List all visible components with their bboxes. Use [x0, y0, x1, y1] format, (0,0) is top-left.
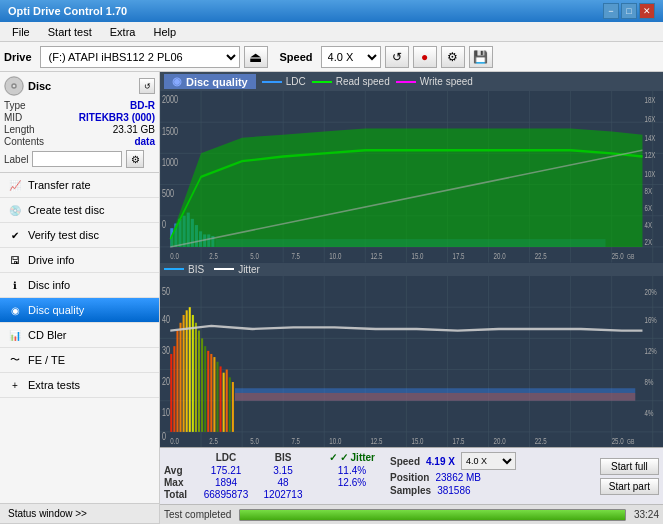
- jitter-legend-color: [214, 268, 234, 270]
- svg-text:20: 20: [162, 375, 170, 387]
- stats-bottom: LDC BIS ✓ ✓ Jitter Avg 175.21 3.15 11.4%: [164, 452, 659, 500]
- svg-text:5.0: 5.0: [250, 251, 259, 262]
- svg-rect-98: [229, 377, 231, 432]
- eject-button[interactable]: ⏏: [244, 46, 268, 68]
- legend-ldc: LDC: [262, 76, 306, 87]
- legend-jitter: Jitter: [214, 264, 260, 275]
- label-button[interactable]: ⚙: [126, 150, 144, 168]
- svg-rect-81: [176, 330, 178, 431]
- nav-label-disc-info: Disc info: [28, 279, 70, 291]
- sidebar-item-transfer-rate[interactable]: 📈 Transfer rate: [0, 173, 159, 198]
- save-button[interactable]: 💾: [469, 46, 493, 68]
- label-input[interactable]: [32, 151, 122, 167]
- svg-text:20.0: 20.0: [494, 251, 506, 262]
- svg-rect-91: [207, 350, 209, 431]
- create-disc-icon: 💿: [8, 203, 22, 217]
- start-full-button[interactable]: Start full: [600, 458, 659, 475]
- sidebar-item-drive-info[interactable]: 🖫 Drive info: [0, 248, 159, 273]
- sidebar-item-create-test-disc[interactable]: 💿 Create test disc: [0, 198, 159, 223]
- sidebar-item-extra-tests[interactable]: + Extra tests: [0, 373, 159, 398]
- stats-col-ldc: LDC: [196, 452, 256, 463]
- minimize-button[interactable]: −: [603, 3, 619, 19]
- read-speed-legend-label: Read speed: [336, 76, 390, 87]
- disc-quality-title: ◉ Disc quality: [164, 74, 256, 89]
- svg-text:1000: 1000: [162, 156, 178, 168]
- menu-help[interactable]: Help: [145, 24, 184, 40]
- svg-text:2.5: 2.5: [209, 436, 218, 447]
- svg-text:500: 500: [162, 188, 174, 200]
- bottom-status-bar: Test completed 33:24: [160, 504, 663, 524]
- toolbar: Drive (F:) ATAPI iHBS112 2 PL06 ⏏ Speed …: [0, 42, 663, 72]
- svg-rect-89: [201, 338, 203, 432]
- nav-label-cd-bler: CD Bler: [28, 329, 67, 341]
- menu-file[interactable]: File: [4, 24, 38, 40]
- refresh-button[interactable]: ↺: [385, 46, 409, 68]
- total-ldc: 66895873: [196, 489, 256, 500]
- sidebar-item-cd-bler[interactable]: 📊 CD Bler: [0, 323, 159, 348]
- speed-row: Speed 4.19 X 4.0 X: [390, 452, 592, 470]
- speed-select-stat[interactable]: 4.0 X: [461, 452, 516, 470]
- stats-col-bis: BIS: [258, 452, 308, 463]
- menu-start-test[interactable]: Start test: [40, 24, 100, 40]
- write-speed-legend-color: [396, 81, 416, 83]
- disc-icon: [4, 76, 24, 96]
- svg-text:12X: 12X: [645, 150, 657, 161]
- svg-text:GB: GB: [627, 252, 635, 260]
- max-ldc: 1894: [196, 477, 256, 488]
- contents-value: data: [134, 136, 155, 147]
- max-jitter: 12.6%: [322, 477, 382, 488]
- transfer-rate-icon: 📈: [8, 178, 22, 192]
- svg-text:8%: 8%: [645, 376, 654, 387]
- bottom-chart-legend: BIS Jitter: [160, 263, 663, 276]
- nav-label-extra-tests: Extra tests: [28, 379, 80, 391]
- sidebar-item-verify-test-disc[interactable]: ✔ Verify test disc: [0, 223, 159, 248]
- disc-properties: Type BD-R MID RITEKBR3 (000) Length 23.3…: [4, 100, 155, 168]
- status-window-button[interactable]: Status window >>: [0, 504, 159, 524]
- svg-rect-87: [195, 322, 197, 431]
- disc-panel: Disc ↺ Type BD-R MID RITEKBR3 (000) Leng…: [0, 72, 159, 173]
- bis-legend-color: [164, 268, 184, 270]
- svg-text:2X: 2X: [645, 237, 653, 248]
- length-value: 23.31 GB: [113, 124, 155, 135]
- drive-select[interactable]: (F:) ATAPI iHBS112 2 PL06: [40, 46, 240, 68]
- settings-button[interactable]: ⚙: [441, 46, 465, 68]
- close-button[interactable]: ✕: [639, 3, 655, 19]
- stats-col-spacer: [310, 452, 320, 463]
- svg-text:GB: GB: [627, 437, 635, 445]
- nav-label-disc-quality: Disc quality: [28, 304, 84, 316]
- svg-rect-61: [160, 276, 663, 448]
- svg-text:18X: 18X: [645, 95, 657, 106]
- svg-text:22.5: 22.5: [535, 436, 547, 447]
- avg-bis: 3.15: [258, 465, 308, 476]
- disc-refresh-button[interactable]: ↺: [139, 78, 155, 94]
- ldc-legend-color: [262, 81, 282, 83]
- svg-text:0.0: 0.0: [170, 436, 179, 447]
- maximize-button[interactable]: □: [621, 3, 637, 19]
- progress-bar-container: [239, 509, 626, 521]
- top-chart-svg: 2000 1500 1000 500 0 18X 16X 14X 12X 10X…: [160, 91, 663, 263]
- content-area: ◉ Disc quality LDC Read speed Write spee…: [160, 72, 663, 524]
- cd-bler-icon: 📊: [8, 328, 22, 342]
- svg-text:10.0: 10.0: [329, 436, 341, 447]
- svg-text:16X: 16X: [645, 114, 657, 125]
- svg-text:8X: 8X: [645, 186, 653, 197]
- sidebar: Disc ↺ Type BD-R MID RITEKBR3 (000) Leng…: [0, 72, 160, 524]
- disc-panel-title: Disc: [28, 80, 51, 92]
- speed-select[interactable]: 4.0 X: [321, 46, 381, 68]
- nav-label-create-test-disc: Create test disc: [28, 204, 104, 216]
- sidebar-item-fe-te[interactable]: 〜 FE / TE: [0, 348, 159, 373]
- svg-rect-95: [220, 366, 222, 431]
- sidebar-item-disc-quality[interactable]: ◉ Disc quality: [0, 298, 159, 323]
- total-bis: 1202713: [258, 489, 308, 500]
- svg-text:10.0: 10.0: [329, 251, 341, 262]
- stats-avg-row: Avg 175.21 3.15 11.4%: [164, 465, 382, 476]
- sidebar-item-disc-info[interactable]: ℹ Disc info: [0, 273, 159, 298]
- svg-rect-97: [226, 369, 228, 431]
- start-part-button[interactable]: Start part: [600, 478, 659, 495]
- svg-point-2: [13, 85, 16, 88]
- mid-key: MID: [4, 112, 22, 123]
- menu-extra[interactable]: Extra: [102, 24, 144, 40]
- write-speed-legend-label: Write speed: [420, 76, 473, 87]
- ldc-legend-label: LDC: [286, 76, 306, 87]
- burn-button[interactable]: ●: [413, 46, 437, 68]
